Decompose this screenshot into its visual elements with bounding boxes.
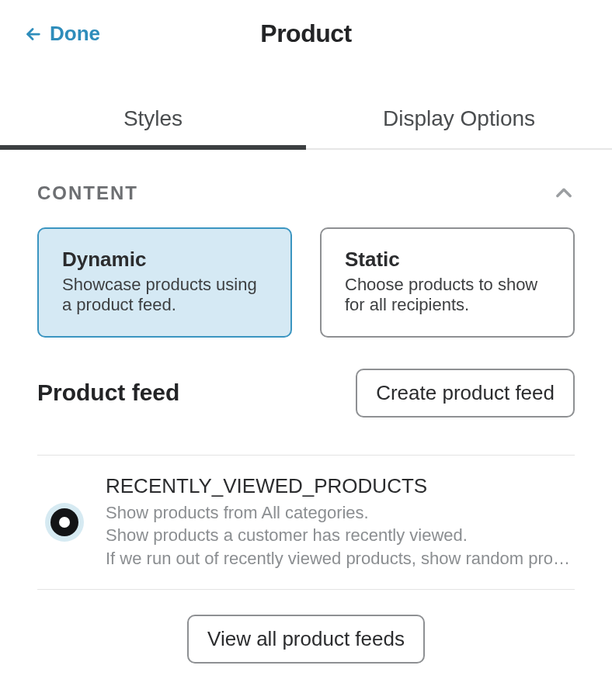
feed-item-name: RECENTLY_VIEWED_PRODUCTS xyxy=(106,474,575,498)
content-cards: Dynamic Showcase products using a produc… xyxy=(0,227,612,338)
content-section-label: CONTENT xyxy=(37,182,138,204)
tab-display-options[interactable]: Display Options xyxy=(306,92,612,148)
content-section-header[interactable]: CONTENT xyxy=(0,150,612,227)
arrow-left-icon xyxy=(25,26,42,43)
create-product-feed-button[interactable]: Create product feed xyxy=(356,369,575,418)
feed-item-line2: Show products a customer has recently vi… xyxy=(106,524,575,547)
view-all-wrap: View all product feeds xyxy=(0,590,612,688)
feed-radio[interactable] xyxy=(45,503,84,542)
page-title: Product xyxy=(260,19,351,48)
static-card[interactable]: Static Choose products to show for all r… xyxy=(320,227,575,338)
dynamic-card-desc: Showcase products using a product feed. xyxy=(62,275,267,316)
product-feed-header: Product feed Create product feed xyxy=(0,338,612,439)
static-card-title: Static xyxy=(345,248,550,272)
radio-selected-icon xyxy=(50,508,78,536)
dynamic-card[interactable]: Dynamic Showcase products using a produc… xyxy=(37,227,292,338)
static-card-desc: Choose products to show for all recipien… xyxy=(345,275,550,316)
feed-item-text: RECENTLY_VIEWED_PRODUCTS Show products f… xyxy=(106,474,575,570)
chevron-up-icon xyxy=(553,182,575,204)
dynamic-card-title: Dynamic xyxy=(62,248,267,272)
tabs: Styles Display Options xyxy=(0,92,612,150)
tab-styles[interactable]: Styles xyxy=(0,92,306,148)
feed-item[interactable]: RECENTLY_VIEWED_PRODUCTS Show products f… xyxy=(37,455,575,590)
done-button[interactable]: Done xyxy=(25,22,100,46)
view-all-product-feeds-button[interactable]: View all product feeds xyxy=(187,615,425,664)
feed-item-line3: If we run out of recently viewed product… xyxy=(106,547,575,570)
product-feed-title: Product feed xyxy=(37,379,179,406)
feed-item-line1: Show products from All categories. xyxy=(106,501,575,525)
done-label: Done xyxy=(50,22,100,46)
header: Done Product xyxy=(0,0,612,54)
